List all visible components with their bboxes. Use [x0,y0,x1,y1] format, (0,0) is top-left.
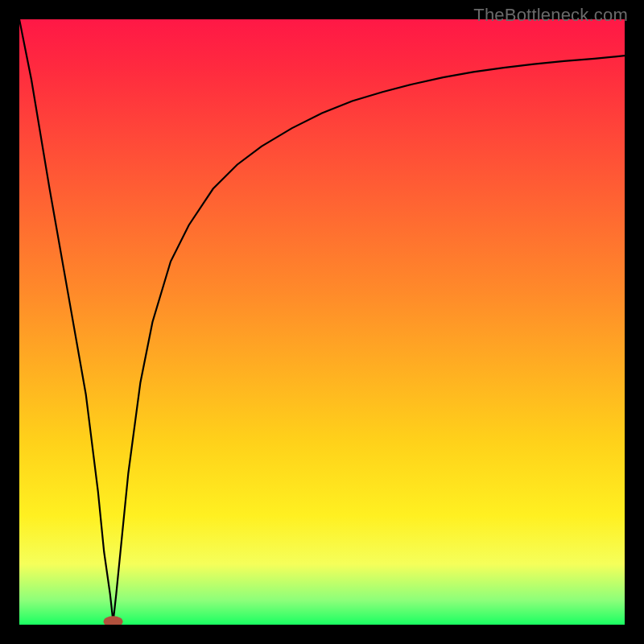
minimum-marker [104,616,123,625]
watermark-text: TheBottleneck.com [473,5,628,26]
chart-svg-layer [19,19,625,625]
bottleneck-curve [19,19,625,621]
chart-outer-frame: TheBottleneck.com [0,0,644,644]
chart-plot-area [19,19,625,625]
